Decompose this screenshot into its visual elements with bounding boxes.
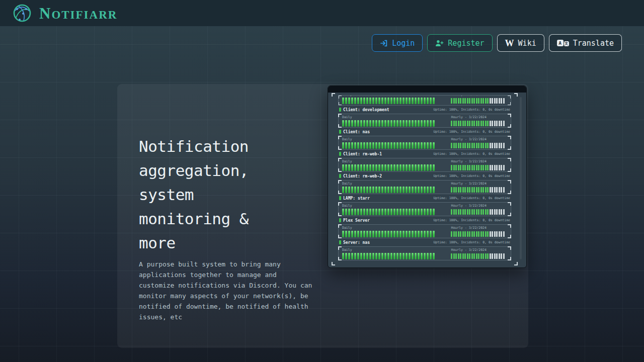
uptime-summary: Uptime: 100%, Incidents: 0, 0s downtime: [433, 130, 510, 134]
corner-bracket: [508, 95, 511, 99]
daily-bar: [399, 164, 401, 171]
daily-bar: [418, 142, 420, 149]
daily-bar: [424, 231, 426, 237]
hourly-bar: [460, 98, 461, 104]
daily-bar: [342, 209, 344, 215]
daily-bar: [366, 98, 368, 104]
hourly-bar: [494, 98, 496, 104]
daily-bar: [378, 142, 380, 149]
hourly-bar: [494, 165, 496, 170]
hourly-bar: [471, 187, 473, 193]
daily-bar: [345, 209, 347, 215]
uptime-summary: Uptime: 100%, Incidents: 0, 0s downtime: [433, 108, 510, 112]
uptime-box-content: Daily Hourly - 3/22/2024: [342, 95, 507, 105]
daily-column: Daily: [342, 248, 441, 260]
daily-bar: [427, 142, 429, 149]
login-label: Login: [392, 39, 415, 48]
status-ok-icon: [339, 152, 341, 156]
hourly-bar: [487, 253, 489, 259]
daily-bar: [418, 187, 420, 193]
hourly-bar: [501, 187, 502, 193]
daily-bar: [433, 98, 435, 104]
corner-bracket: [338, 224, 342, 228]
daily-bar: [372, 209, 374, 215]
hourly-bar: [471, 253, 473, 259]
hourly-bar: [473, 165, 475, 170]
brand-logo[interactable]: NOTIFIARR: [12, 3, 117, 23]
corner-bracket: [514, 93, 518, 97]
wiki-button[interactable]: W Wiki: [497, 34, 544, 52]
hourly-bar: [473, 187, 475, 193]
daily-bar: [390, 231, 392, 237]
daily-bar: [424, 253, 426, 259]
translate-button[interactable]: A 文 Translate: [549, 34, 622, 52]
hourly-bar: [451, 121, 452, 126]
hourly-bar: [464, 121, 466, 126]
daily-bar: [366, 164, 368, 171]
corner-bracket: [508, 124, 511, 128]
daily-bar: [393, 187, 395, 193]
corner-bracket: [338, 114, 342, 117]
corner-bracket: [338, 136, 342, 139]
hourly-column: Hourly - 3/22/2024: [451, 95, 507, 105]
daily-bar: [366, 142, 368, 149]
hourly-bar: [471, 231, 473, 237]
uptime-box-content: Daily Hourly - 3/22/2024: [342, 248, 507, 260]
hourly-bar: [496, 121, 498, 126]
daily-bar: [342, 164, 344, 171]
daily-bar: [396, 142, 398, 149]
daily-bar: [378, 231, 380, 237]
hourly-bar: [496, 231, 498, 237]
daily-bar: [427, 120, 429, 127]
hourly-bar: [490, 209, 491, 215]
corner-bracket: [338, 246, 342, 250]
corner-bracket: [338, 213, 342, 216]
translate-label: Translate: [573, 39, 614, 48]
daily-bar: [415, 187, 417, 193]
page-title: Notification aggregation, system monitor…: [139, 134, 285, 255]
hourly-bar: [494, 253, 496, 259]
daily-bar: [399, 120, 401, 127]
daily-bar: [360, 209, 362, 215]
hourly-bar: [480, 231, 482, 237]
corner-bracket: [508, 224, 511, 228]
hourly-column: Hourly - 3/22/2024: [451, 204, 507, 216]
daily-bar: [403, 209, 405, 215]
hourly-bar: [501, 143, 502, 148]
hourly-column: Hourly - 3/22/2024: [451, 115, 507, 127]
register-button[interactable]: Register: [427, 34, 492, 52]
daily-bar: [387, 253, 389, 259]
corner-bracket: [508, 202, 511, 206]
hourly-bar: [499, 253, 500, 259]
corner-bracket: [332, 262, 335, 265]
daily-bar: [372, 164, 374, 171]
daily-bar: [378, 120, 380, 127]
hourly-bar: [455, 98, 457, 104]
daily-label: Daily: [342, 226, 441, 230]
daily-bar: [360, 98, 362, 104]
daily-bar: [421, 120, 423, 127]
section-header-left: LAMP: starr: [339, 196, 370, 201]
daily-column: Daily: [342, 182, 441, 194]
daily-column: Daily: [342, 137, 441, 149]
daily-bar: [399, 209, 401, 215]
daily-bar: [421, 231, 423, 237]
daily-bar: [412, 187, 414, 193]
daily-bar: [403, 187, 405, 193]
hourly-bar: [462, 98, 464, 104]
daily-bar: [348, 209, 350, 215]
hourly-bar: [455, 231, 457, 237]
daily-bar: [369, 231, 371, 237]
corner-bracket: [508, 213, 511, 216]
daily-bar: [363, 187, 365, 193]
hourly-bar: [462, 209, 464, 215]
daily-label: Daily: [342, 204, 441, 208]
daily-bar: [427, 98, 429, 104]
daily-bar: [372, 98, 374, 104]
hourly-bars: [451, 98, 507, 104]
client-label: LAMP: starr: [343, 196, 370, 201]
login-button[interactable]: Login: [372, 34, 423, 52]
daily-label: Daily: [342, 248, 441, 252]
daily-bar: [430, 231, 432, 237]
scrollbar[interactable]: [520, 97, 522, 259]
